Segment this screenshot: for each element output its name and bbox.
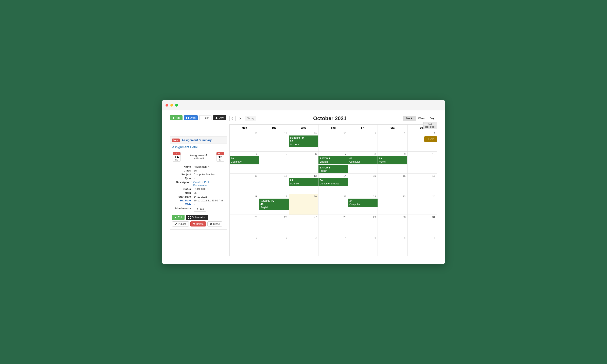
day-number: 28 [343, 216, 346, 219]
event-subject: Spanish [290, 143, 317, 146]
detail-header: Assignment Detail [170, 144, 227, 151]
publish-button[interactable]: Publish [172, 221, 189, 226]
calendar-day[interactable]: 3 [407, 131, 437, 152]
day-view-button[interactable]: Day [427, 116, 437, 121]
calendar-day[interactable]: 15 [348, 173, 378, 194]
calendar-day[interactable]: 1912:23:00 PM4AEnglish [259, 194, 289, 215]
close-button[interactable]: Close [207, 221, 222, 226]
calendar-day[interactable]: 11 [230, 173, 259, 194]
day-number: 14 [343, 174, 346, 177]
check-icon [174, 223, 177, 225]
minimize-window-icon[interactable] [170, 104, 173, 106]
grid-icon [186, 117, 189, 119]
draft-label: Draft [190, 117, 196, 119]
trash-icon [193, 223, 195, 225]
calendar-day[interactable]: 27 [289, 215, 318, 235]
week-view-button[interactable]: Week [416, 116, 427, 121]
calendar-event[interactable]: BATCH 1French [318, 165, 348, 173]
event-batch: 4A [260, 203, 287, 206]
status-value: PUBLISHED [192, 187, 209, 191]
calendar-day[interactable]: 1 [230, 235, 259, 256]
calendar-day[interactable]: 2 [259, 235, 289, 256]
svg-rect-5 [188, 117, 189, 118]
calendar-event[interactable]: 12:23:00 PM4AEnglish [259, 199, 289, 210]
calendar-event[interactable]: BATCH 1English [318, 156, 348, 164]
calendar-day[interactable]: 6 [289, 152, 318, 173]
submission-button[interactable]: Submission [186, 215, 208, 220]
calendar-day[interactable]: 29 [348, 215, 378, 235]
month-view-button[interactable]: Month [404, 116, 416, 121]
calendar-event[interactable]: 9AGeometry [230, 156, 259, 164]
maximize-window-icon[interactable] [175, 104, 178, 106]
calendar-day[interactable]: 28 [259, 131, 289, 152]
draft-button[interactable]: Draft [184, 115, 198, 120]
event-subject: English [320, 160, 347, 163]
calendar-day[interactable]: 30 [378, 215, 407, 235]
svg-rect-10 [201, 118, 202, 118]
today-button[interactable]: Today [245, 116, 256, 121]
next-button[interactable] [237, 116, 243, 121]
calendar-day[interactable]: 139AScience [289, 173, 318, 194]
calendar-day[interactable]: 31 [407, 215, 437, 235]
calendar-day[interactable]: 30 [318, 131, 348, 152]
calendar-day[interactable]: 224AComputer [348, 194, 378, 215]
calendar-day[interactable]: 16 [378, 173, 407, 194]
calendar-event[interactable]: 4AComputer [348, 199, 378, 207]
own-button[interactable]: Own [213, 115, 226, 120]
view-switcher: Month Week Day [403, 116, 437, 121]
calendar-day[interactable]: 18 [230, 194, 259, 215]
calendar-event[interactable]: 4AComputer [348, 156, 378, 164]
delete-button[interactable]: Delete [190, 221, 206, 226]
calendar-day[interactable]: 3 [289, 235, 318, 256]
calendar-event[interactable]: 5AComputer Studies [318, 178, 348, 186]
calendar-event[interactable]: 06:45:00 PM5ASpanish [289, 135, 318, 147]
calendar-day[interactable]: 2906:45:00 PM5ASpanish [289, 131, 318, 152]
calendar-day[interactable]: 99AMaths [378, 152, 407, 173]
calendar-day[interactable]: 1 [348, 131, 378, 152]
subject-value: Computer Studies [192, 173, 215, 176]
calendar-day[interactable]: 145AComputer Studies [318, 173, 348, 194]
calendar-day[interactable]: 17 [407, 173, 437, 194]
calendar-event[interactable]: 9AScience [289, 178, 318, 186]
calendar-day[interactable]: 23 [378, 194, 407, 215]
calendar-day[interactable]: 84AComputer [348, 152, 378, 173]
calendar-day[interactable]: 21 [318, 194, 348, 215]
add-button[interactable]: Add [170, 115, 183, 120]
calendar-event[interactable]: 9AMaths [378, 156, 407, 164]
calendar-day[interactable]: 12 [259, 173, 289, 194]
day-number: 4 [256, 153, 257, 156]
desc-link[interactable]: Create a PPT Presentatio... [193, 181, 209, 187]
page-guide-button[interactable]: page guide [423, 122, 437, 129]
calendar-day[interactable]: 49AGeometry [230, 152, 259, 173]
calendar-day[interactable]: 5 [259, 152, 289, 173]
prev-button[interactable] [229, 116, 236, 121]
day-number: 7 [434, 236, 435, 239]
calendar-day[interactable]: 25 [230, 215, 259, 235]
files-button[interactable]: Files [194, 207, 206, 211]
new-badge: New [172, 139, 180, 142]
calendar-day[interactable]: 7BATCH 1EnglishBATCH 1French [318, 152, 348, 173]
svg-rect-6 [186, 118, 187, 119]
calendar-day[interactable]: 28 [318, 215, 348, 235]
calendar-day[interactable]: 4 [318, 235, 348, 256]
calendar-day[interactable]: 2 [378, 131, 407, 152]
calendar-week: 1234567 [230, 235, 437, 256]
calendar-day[interactable]: 20 [289, 194, 318, 215]
list-button[interactable]: List [199, 115, 211, 120]
calendar-day[interactable]: 10 [407, 152, 437, 173]
app-window: ? Help page guide Add Draft List [162, 100, 445, 264]
calendar-day[interactable]: 27 [230, 131, 259, 152]
calendar-day[interactable]: 26 [259, 215, 289, 235]
event-subject: Science [290, 182, 317, 185]
calendar-day[interactable]: 7 [407, 235, 437, 256]
calendar-day[interactable]: 24 [407, 194, 437, 215]
mark-label: Mark : [172, 191, 192, 194]
edit-button[interactable]: Edit [172, 215, 185, 220]
calendar-day[interactable]: 6 [378, 235, 407, 256]
assignment-author: by Pam B [190, 157, 207, 160]
calendar-day[interactable]: 5 [348, 235, 378, 256]
day-number: 12 [284, 174, 287, 177]
close-window-icon[interactable] [166, 104, 168, 106]
page-guide-label: page guide [425, 126, 436, 128]
event-batch: 9A [290, 179, 317, 182]
